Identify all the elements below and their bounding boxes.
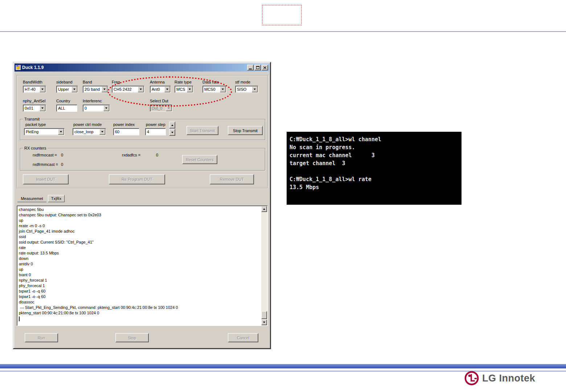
stop-transmit-button[interactable]: Stop Transmit: [228, 126, 263, 135]
rxdfrmmcast-value: 0: [61, 162, 63, 167]
nphy-antsel-select[interactable]: 0x01: [23, 105, 46, 112]
scroll-up-button[interactable]: [261, 206, 267, 212]
terminal-text: C:₩Duck_1_1_8_all>wl channel No scan in …: [287, 132, 462, 195]
nphy-antsel-label: nphy_AntSel: [23, 99, 45, 103]
stf-mode-label: stf mode: [235, 80, 250, 84]
scroll-thumb[interactable]: [261, 311, 267, 319]
nphy-antsel-value: 0x01: [23, 105, 39, 111]
band-label: Band: [83, 80, 92, 84]
arrow-up-icon: [171, 124, 173, 126]
rxdfrmocast-value: 0: [61, 153, 63, 157]
power-ctrl-mode-value: close_loop: [73, 128, 99, 135]
tab-txrx[interactable]: Tx|Rx: [48, 195, 65, 202]
rxdadfcs-label: rxdadfcs =: [122, 153, 140, 157]
interference-label: Interferenc: [83, 99, 102, 103]
maximize-icon: [256, 66, 259, 69]
stop-button[interactable]: Stop: [115, 333, 149, 342]
arrow-down-icon: [171, 132, 173, 133]
arrow-down-icon: [263, 322, 265, 323]
interference-select[interactable]: 0: [83, 105, 110, 112]
transmit-groupbox: Transmit packet type power ctrl mode pow…: [20, 119, 265, 140]
chevron-down-icon[interactable]: [40, 86, 45, 92]
interference-value: 0: [83, 105, 103, 111]
spinner-up-button[interactable]: [169, 122, 175, 128]
insert-dut-button[interactable]: Insert DUT: [23, 174, 69, 184]
bandwidth-select[interactable]: HT-40: [23, 86, 46, 93]
country-label: Country: [56, 99, 70, 103]
arrow-up-icon: [263, 208, 265, 210]
rx-counters-groupbox: RX counters rxdfrmocast = 0 rxdadfcs = 0…: [20, 148, 265, 171]
rxdfrmmcast-label: rxdfrmmcast =: [33, 162, 58, 167]
sideband-label: sideband: [56, 80, 73, 84]
minimize-icon: [249, 69, 252, 69]
brand-text: LG Innotek: [482, 373, 535, 384]
start-transmit-button[interactable]: Start Transmit: [186, 126, 218, 135]
power-ctrl-mode-select[interactable]: close_loop: [73, 128, 106, 135]
minimize-button[interactable]: [247, 65, 254, 70]
stf-mode-select[interactable]: SISO: [235, 86, 258, 93]
lg-symbol-icon: [464, 371, 479, 385]
sideband-value: Upper: [57, 86, 71, 93]
packet-type-label: packet type: [25, 122, 46, 127]
tab-measurement[interactable]: Measuremet: [17, 195, 46, 202]
chevron-down-icon[interactable]: [58, 129, 64, 135]
chevron-down-icon[interactable]: [71, 86, 77, 92]
chevron-down-icon[interactable]: [40, 105, 45, 111]
bandwidth-label: BandWidth: [23, 80, 42, 84]
highlight-ellipse: [107, 76, 232, 107]
close-button[interactable]: [262, 65, 268, 70]
cancel-button[interactable]: Cancel: [228, 333, 258, 342]
power-step-spinner[interactable]: [169, 122, 175, 136]
packet-type-value: PktEng: [24, 128, 58, 135]
chevron-down-icon[interactable]: [102, 86, 107, 92]
rx-counters-legend: RX counters: [23, 146, 48, 150]
remove-dut-button[interactable]: Remove DUT: [210, 174, 254, 184]
rxdfrmocast-label: rxdfrmocast =: [33, 153, 57, 157]
reprogram-dut-button[interactable]: Re Program DUT: [109, 174, 165, 184]
window-title: Duck 1.1.9: [22, 65, 246, 70]
scroll-down-button[interactable]: [261, 319, 267, 325]
power-index-input[interactable]: [113, 128, 139, 135]
power-step-label: power step: [146, 122, 165, 127]
close-icon: [263, 66, 266, 69]
rxdadfcs-value: 0: [156, 153, 158, 157]
app-icon: [16, 65, 21, 70]
maximize-button[interactable]: [254, 65, 261, 70]
bandwidth-value: HT-40: [23, 86, 39, 93]
top-divider-line: [0, 31, 566, 32]
band-select[interactable]: 2G band: [83, 86, 108, 93]
chevron-down-icon[interactable]: [252, 86, 258, 92]
stf-mode-value: SISO: [235, 86, 251, 93]
power-ctrl-mode-label: power ctrl mode: [73, 122, 102, 127]
annotation-box: [262, 5, 302, 25]
chevron-down-icon[interactable]: [99, 129, 105, 135]
transmit-legend: Transmit: [23, 117, 41, 121]
text-caret: [19, 317, 20, 321]
packet-type-select[interactable]: PktEng: [24, 128, 65, 135]
power-index-label: power index: [113, 122, 135, 127]
country-input[interactable]: [56, 105, 77, 112]
band-value: 2G band: [83, 86, 101, 93]
spinner-down-button[interactable]: [169, 129, 175, 136]
run-button[interactable]: Run: [25, 333, 58, 342]
title-bar[interactable]: Duck 1.1.9: [15, 64, 269, 72]
power-step-input[interactable]: [145, 128, 166, 135]
log-output-area[interactable]: chanspec 5bu chanspec 5bu output: Chansp…: [17, 205, 268, 326]
lg-innotek-logo: LG Innotek: [464, 371, 535, 385]
reset-counters-button[interactable]: Reset Counters: [182, 155, 217, 164]
log-text: chanspec 5bu chanspec 5bu output: Chansp…: [17, 206, 267, 317]
sideband-select[interactable]: Upper: [56, 86, 78, 93]
log-scrollbar[interactable]: [261, 206, 267, 325]
footer-bar: [0, 364, 566, 368]
terminal-window[interactable]: C:₩Duck_1_1_8_all>wl channel No scan in …: [287, 132, 462, 205]
chevron-down-icon[interactable]: [103, 105, 109, 111]
